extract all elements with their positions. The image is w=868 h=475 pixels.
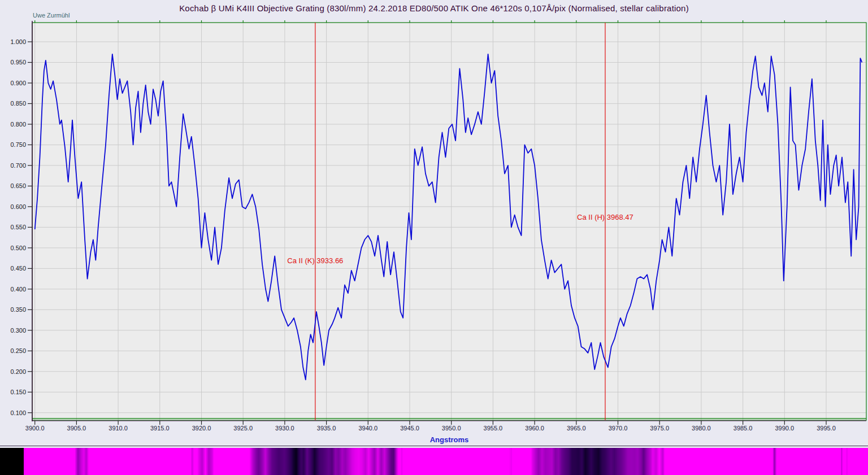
x-tick-label: 3990.0 <box>766 425 802 432</box>
x-tick-label: 3905.0 <box>58 425 94 432</box>
y-tick-label: 0.100 <box>1 409 26 416</box>
x-tick-label: 3970.0 <box>600 425 636 432</box>
x-tick-label: 3900.0 <box>17 425 53 432</box>
spectrum-chart <box>0 0 868 446</box>
y-tick-label: 0.300 <box>1 327 26 334</box>
x-tick-label: 3960.0 <box>517 425 553 432</box>
y-tick-label: 0.800 <box>1 121 26 128</box>
x-tick-label: 3995.0 <box>808 425 844 432</box>
ca-k-line-label: Ca II (K) 3933.66 <box>287 256 343 264</box>
y-tick-label: 1.000 <box>1 38 26 45</box>
y-tick-label: 0.500 <box>1 245 26 251</box>
x-tick-label: 3940.0 <box>350 425 386 432</box>
plot-frame <box>32 23 866 420</box>
x-tick-label: 3925.0 <box>225 425 261 432</box>
spectrum-strip-image <box>0 448 868 475</box>
x-tick-label: 3985.0 <box>725 425 761 432</box>
y-tick-label: 0.200 <box>1 368 26 375</box>
x-tick-label: 3945.0 <box>392 425 428 432</box>
spectrum-curve <box>35 54 862 380</box>
y-tick-label: 0.600 <box>1 203 26 210</box>
y-tick-label: 0.400 <box>1 286 26 293</box>
y-tick-label: 0.250 <box>1 347 26 354</box>
x-tick-label: 3935.0 <box>309 425 345 432</box>
y-tick-label: 0.150 <box>1 389 26 395</box>
ca-h-line-label: Ca II (H) 3968.47 <box>577 213 633 221</box>
x-tick-label: 3930.0 <box>267 425 303 432</box>
x-tick-label: 3955.0 <box>475 425 511 432</box>
x-axis-title: Angstroms <box>32 435 866 444</box>
y-tick-label: 0.850 <box>1 100 26 107</box>
y-tick-label: 0.550 <box>1 224 26 230</box>
chart-bottom-divider <box>0 446 868 446</box>
y-tick-label: 0.350 <box>1 306 26 313</box>
x-tick-label: 3980.0 <box>683 425 719 432</box>
x-tick-label: 3975.0 <box>641 425 678 432</box>
y-tick-label: 0.450 <box>1 265 26 272</box>
x-tick-label: 3920.0 <box>184 425 220 432</box>
spectroscopy-app-window: { "title": "Kochab \u03b2 UMi K4III Obje… <box>0 0 868 475</box>
x-tick-label: 3965.0 <box>558 425 594 432</box>
y-tick-label: 0.650 <box>1 182 26 189</box>
x-tick-label: 3950.0 <box>433 425 470 432</box>
x-tick-label: 3915.0 <box>142 425 178 432</box>
x-tick-label: 3910.0 <box>100 425 136 432</box>
y-tick-label: 0.700 <box>1 162 26 169</box>
y-tick-label: 0.900 <box>1 80 26 86</box>
y-tick-label: 0.950 <box>1 59 26 66</box>
y-tick-label: 0.750 <box>1 141 26 148</box>
